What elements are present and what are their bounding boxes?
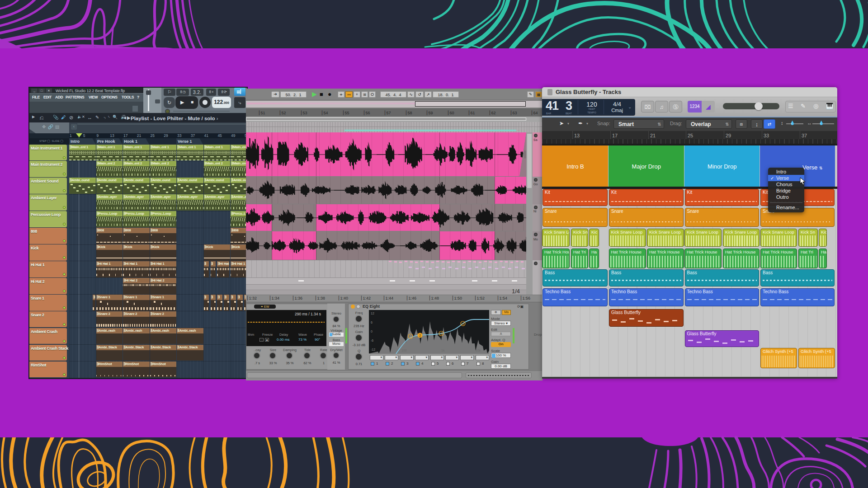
svg-text:3: 3: [440, 332, 442, 335]
svg-text:4: 4: [462, 322, 464, 325]
svg-text:1: 1: [410, 335, 411, 338]
svg-text:2: 2: [419, 334, 421, 337]
